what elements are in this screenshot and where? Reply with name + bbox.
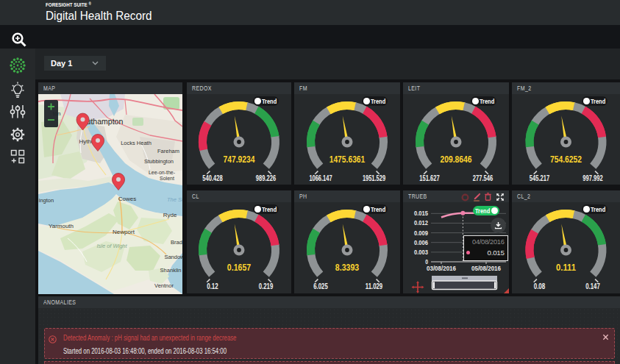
svg-text:0.219: 0.219 [259,282,274,290]
svg-text:0.012: 0.012 [414,219,428,226]
svg-text:Locks Heath: Locks Heath [121,140,152,146]
svg-text:1066.147: 1066.147 [309,174,332,182]
svg-text:Fareham: Fareham [157,148,179,154]
svg-text:Sandow: Sandow [164,254,182,260]
svg-text:209.8646: 209.8646 [440,154,472,165]
svg-text:0.1657: 0.1657 [227,262,251,273]
svg-text:989.226: 989.226 [256,174,277,182]
svg-text:0.009: 0.009 [414,229,428,237]
svg-text:0.111: 0.111 [556,262,576,273]
svg-text:151.627: 151.627 [419,174,440,182]
svg-text:0.147: 0.147 [585,282,600,290]
svg-text:1951.529: 1951.529 [363,174,386,182]
svg-text:11.029: 11.029 [366,282,383,290]
svg-text:Ventnor: Ventnor [154,282,174,289]
svg-text:0.006: 0.006 [414,239,428,246]
svg-text:545.217: 545.217 [530,174,550,182]
svg-text:277.546: 277.546 [473,174,493,182]
svg-text:Shanklin: Shanklin [160,267,182,274]
svg-text:Cowes: Cowes [118,196,136,202]
svg-text:Lee-on-the-: Lee-on-the- [149,170,176,175]
svg-text:05/08/2016: 05/08/2016 [471,265,501,272]
svg-text:0.12: 0.12 [207,282,218,290]
svg-text:Isle of Wight: Isle of Wight [96,243,127,249]
svg-text:Stubbington: Stubbington [144,158,174,165]
svg-text:Yarmouth: Yarmouth [49,223,74,229]
svg-text:Solent: Solent [160,176,174,181]
svg-text:Newport: Newport [113,229,135,235]
svg-text:0.08: 0.08 [534,282,546,290]
svg-text:997.992: 997.992 [582,174,603,182]
svg-text:540.428: 540.428 [202,174,223,182]
svg-text:Brad: Brad [171,239,182,246]
svg-text:754.6252: 754.6252 [550,154,582,165]
svg-text:03/08/2016: 03/08/2016 [427,265,456,272]
svg-text:0.015: 0.015 [414,210,428,217]
svg-text:1475.6361: 1475.6361 [329,154,366,165]
svg-text:747.9234: 747.9234 [223,154,255,165]
svg-text:The So: The So [167,196,182,203]
svg-text:8.3393: 8.3393 [335,262,360,273]
svg-text:ington: ington [39,197,54,204]
svg-text:0.003: 0.003 [414,249,428,256]
svg-text:6.025: 6.025 [313,282,328,290]
svg-text:Ryde: Ryde [163,212,177,218]
